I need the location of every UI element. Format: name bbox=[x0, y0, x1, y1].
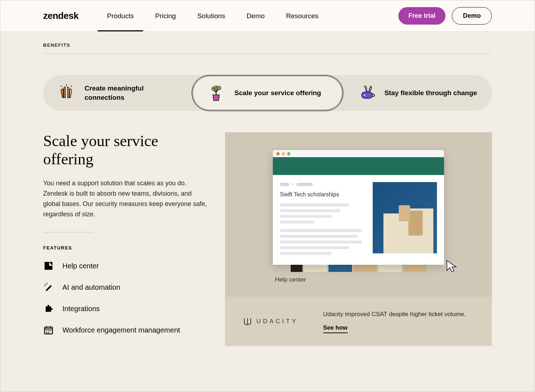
mockup-caption: Help center bbox=[275, 276, 306, 283]
header-actions: Free trial Demo bbox=[398, 7, 492, 25]
page-description: You need a support solution that scales … bbox=[43, 178, 207, 219]
svg-point-23 bbox=[50, 330, 51, 331]
see-how-link[interactable]: See how bbox=[323, 324, 348, 333]
potted-plant-icon bbox=[206, 83, 226, 103]
feature-label: Help center bbox=[62, 262, 99, 270]
feature-label: Integrations bbox=[62, 305, 100, 313]
tab-label: Create meaningful connections bbox=[85, 84, 179, 102]
nav-solutions[interactable]: Solutions bbox=[197, 1, 225, 31]
demo-button[interactable]: Demo bbox=[452, 7, 492, 25]
svg-point-22 bbox=[48, 330, 49, 331]
nav-products[interactable]: Products bbox=[107, 1, 134, 31]
free-trial-button[interactable]: Free trial bbox=[398, 7, 445, 25]
svg-point-25 bbox=[48, 332, 49, 333]
svg-point-10 bbox=[215, 87, 217, 88]
feature-workforce[interactable]: Workforce engagement management bbox=[43, 325, 207, 335]
site-header: zendesk Products Pricing Solutions Demo … bbox=[0, 0, 535, 32]
tab-label: Scale your service offering bbox=[234, 88, 321, 98]
nav-demo[interactable]: Demo bbox=[246, 1, 265, 31]
nav-pricing[interactable]: Pricing bbox=[155, 1, 176, 31]
svg-point-13 bbox=[364, 94, 365, 96]
callout-description: Udacity improved CSAT despite higher tic… bbox=[323, 310, 474, 319]
swiss-knife-icon bbox=[356, 83, 377, 103]
svg-point-11 bbox=[218, 87, 220, 89]
help-center-icon bbox=[43, 261, 54, 271]
section-label-benefits: BENEFITS bbox=[43, 42, 492, 54]
feature-integrations[interactable]: Integrations bbox=[43, 303, 207, 314]
cursor-icon bbox=[445, 259, 460, 273]
svg-line-0 bbox=[61, 86, 62, 87]
tab-label: Stay flexible through change bbox=[384, 88, 477, 98]
feature-ai[interactable]: AI and automation bbox=[43, 282, 207, 293]
feature-help-center[interactable]: Help center bbox=[43, 261, 207, 271]
tab-stay-flexible[interactable]: Stay flexible through change bbox=[343, 75, 492, 111]
page-heading: Scale your service offering bbox=[43, 132, 207, 168]
svg-point-21 bbox=[46, 330, 47, 331]
feature-label: AI and automation bbox=[62, 283, 120, 292]
calendar-icon bbox=[43, 325, 54, 335]
tab-create-connections[interactable]: Create meaningful connections bbox=[43, 75, 192, 111]
browser-mockup: › Swift Tech scholarships bbox=[273, 150, 444, 265]
main-nav: Products Pricing Solutions Demo Resource… bbox=[107, 1, 398, 31]
svg-line-2 bbox=[71, 86, 72, 87]
features-label: FEATURES bbox=[43, 245, 207, 251]
mockup-article-title: Swift Tech scholarships bbox=[280, 191, 366, 198]
nav-resources[interactable]: Resources bbox=[286, 1, 319, 31]
divider bbox=[43, 232, 93, 232]
svg-rect-12 bbox=[362, 92, 372, 98]
tab-scale-offering[interactable]: Scale your service offering bbox=[192, 75, 343, 111]
feature-label: Workforce engagement management bbox=[62, 326, 180, 334]
logo[interactable]: zendesk bbox=[43, 10, 78, 21]
udacity-logo: UDACITY bbox=[243, 317, 298, 326]
svg-point-9 bbox=[213, 88, 214, 89]
illustration-panel: › Swift Tech scholarships bbox=[225, 132, 492, 346]
hands-clap-icon bbox=[56, 83, 77, 103]
benefit-tabs: Create meaningful connections Scale your… bbox=[43, 75, 492, 111]
svg-point-24 bbox=[46, 332, 47, 333]
customer-callout: UDACITY Udacity improved CSAT despite hi… bbox=[225, 297, 492, 346]
magic-wand-icon bbox=[43, 282, 54, 293]
puzzle-icon bbox=[43, 303, 54, 314]
